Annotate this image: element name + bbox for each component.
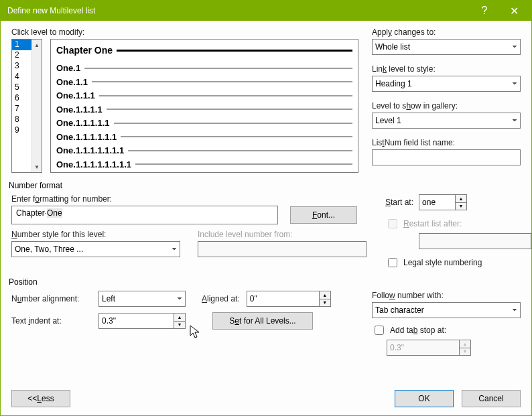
less-button[interactable]: << Less [11,390,70,407]
level-item-1[interactable]: 1 [12,40,31,50]
position-section-title: Position [9,277,521,287]
spin-down-icon[interactable]: ▼ [319,299,331,307]
restart-list-select[interactable] [419,233,531,249]
apply-changes-label: Apply changes to: [372,27,521,37]
level-item-9[interactable]: 9 [12,125,31,136]
preview-line-6: One.1.1.1.1.1 [56,118,110,128]
preview-line-8: One.1.1.1.1.1.1.1 [56,145,124,155]
dialog-window: Define new Multilevel list ? ✕ Click lev… [0,0,532,416]
include-level-label: Include level number from: [198,230,372,239]
legal-numbering-checkbox[interactable] [388,258,397,267]
level-item-3[interactable]: 3 [12,61,31,72]
number-format-section-title: Number format [9,181,521,190]
aligned-at-label: Aligned at: [202,294,240,303]
text-indent-spinner[interactable]: ▲▼ [98,313,186,329]
level-list-scrollbar[interactable]: ▲ ▼ [31,40,42,172]
apply-changes-select[interactable]: Whole list [372,39,521,55]
link-level-label: Link level to style: [372,64,521,74]
start-at-spinner[interactable]: ▲▼ [419,194,467,210]
level-item-7[interactable]: 7 [12,104,31,115]
listnum-input[interactable] [372,149,521,165]
listnum-label: ListNum field list name: [372,138,521,147]
preview-line-1: Chapter One [56,45,113,56]
preview-line-2: One.1 [56,63,80,73]
start-at-input[interactable] [419,194,455,210]
preview-line-9: One.1.1.1.1.1.1.1.1 [56,159,131,169]
spin-up-icon[interactable]: ▲ [319,291,331,299]
number-style-select[interactable]: One, Two, Three ... [11,241,180,257]
font-button[interactable]: Font... [290,206,357,224]
level-item-2[interactable]: 2 [12,50,31,61]
level-list-items[interactable]: 1 2 3 4 5 6 7 8 9 [12,40,31,172]
preview-line-7: One.1.1.1.1.1.1 [56,132,117,142]
add-tab-stop-spinner[interactable]: ▲▼ [387,340,471,356]
add-tab-stop-checkbox[interactable] [375,326,384,335]
text-indent-input[interactable] [98,313,174,329]
number-alignment-label: Number alignment: [11,294,98,303]
aligned-at-input[interactable] [247,291,319,307]
level-listbox[interactable]: 1 2 3 4 5 6 7 8 9 ▲ [11,39,42,173]
enter-formatting-label: Enter formatting for number: [11,194,372,204]
add-tab-stop-label: Add tab stop at: [390,326,446,335]
titlebar: Define new Multilevel list ? ✕ [1,1,531,21]
start-at-label: Start at: [385,198,413,207]
preview-line-5: One.1.1.1.1 [56,105,103,115]
level-item-4[interactable]: 4 [12,72,31,82]
follow-number-select[interactable]: Tab character [372,302,521,318]
link-level-select[interactable]: Heading 1 [372,76,521,92]
level-item-6[interactable]: 6 [12,93,31,104]
scroll-down-icon[interactable]: ▼ [32,161,42,172]
number-alignment-select[interactable]: Left [98,291,186,307]
preview-line-4: One.1.1.1 [56,90,95,100]
level-item-5[interactable]: 5 [12,82,31,93]
window-title: Define new Multilevel list [7,6,470,15]
spin-down-icon[interactable]: ▼ [455,202,467,211]
list-preview: Chapter One One.1 One.1.1 One.1.1.1 One.… [50,39,358,173]
scroll-up-icon[interactable]: ▲ [32,40,42,50]
number-format-input[interactable]: Chapter·One [11,206,278,224]
level-list-label: Click level to modify: [11,27,358,37]
close-button[interactable]: ✕ [499,1,529,21]
show-gallery-select[interactable]: Level 1 [372,113,521,129]
ok-button[interactable]: OK [395,390,454,407]
cancel-button[interactable]: Cancel [462,390,521,407]
include-level-select[interactable] [198,241,367,257]
aligned-at-spinner[interactable]: ▲▼ [247,291,331,307]
add-tab-stop-input[interactable] [387,340,459,356]
level-item-8[interactable]: 8 [12,115,31,125]
number-style-label: Number style for this level: [11,230,186,239]
text-indent-label: Text indent at: [11,316,98,326]
spin-up-icon[interactable]: ▲ [459,340,471,348]
help-button[interactable]: ? [470,1,499,21]
spin-down-icon[interactable]: ▼ [174,321,186,330]
legal-numbering-label: Legal style numbering [403,258,482,267]
follow-number-label: Follow number with: [372,291,521,300]
restart-list-checkbox[interactable] [388,219,397,228]
scroll-track[interactable] [32,50,42,161]
spin-up-icon[interactable]: ▲ [174,313,186,321]
show-gallery-label: Level to show in gallery: [372,101,521,111]
set-for-all-levels-button[interactable]: Set for All Levels... [212,312,313,330]
restart-list-label: Restart list after: [403,219,462,228]
preview-line-3: One.1.1 [56,77,88,87]
spin-down-icon[interactable]: ▼ [459,348,471,356]
spin-up-icon[interactable]: ▲ [455,194,467,202]
